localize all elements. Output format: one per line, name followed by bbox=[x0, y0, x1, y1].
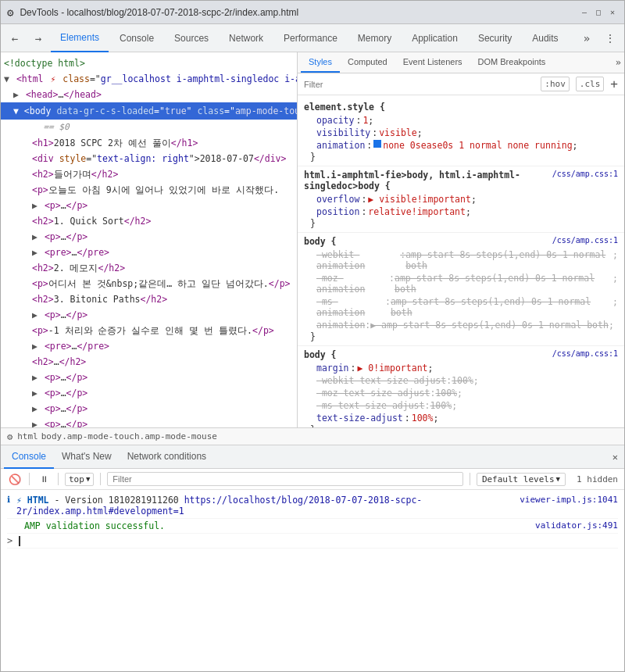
dom-line[interactable]: <h2>3. Bitonic Paths</h2> bbox=[1, 291, 297, 307]
css-property[interactable]: animation: none 0s ease 0s 1 normal none… bbox=[304, 139, 618, 152]
expand-icon[interactable]: ▼ bbox=[4, 73, 9, 84]
dom-line[interactable]: ▶ <p>…</p> bbox=[1, 385, 297, 401]
more-styles-tabs-button[interactable]: » bbox=[616, 52, 621, 73]
dom-line[interactable]: ▶ <p>…</p> bbox=[1, 370, 297, 385]
dom-line[interactable]: ▶ <p>…</p> bbox=[1, 401, 297, 416]
log-levels-arrow-icon: ▼ bbox=[556, 475, 560, 483]
preserve-log-button[interactable]: ⏸ bbox=[36, 471, 52, 487]
hov-button[interactable]: :hov bbox=[541, 77, 570, 91]
maximize-button[interactable]: □ bbox=[593, 7, 604, 18]
rule-selector: html.i-amphtml-fie>body, html.i-amphtml-… bbox=[304, 170, 618, 191]
dom-line-body[interactable]: ▼ <body data-gr-c-s-loaded="true" class=… bbox=[1, 102, 297, 120]
css-property[interactable]: -webkit-animation: amp start 8s steps(1,… bbox=[304, 248, 618, 272]
tab-computed[interactable]: Computed bbox=[340, 52, 395, 73]
tab-event-listeners[interactable]: Event Listeners bbox=[395, 52, 470, 73]
clear-console-button[interactable]: 🚫 bbox=[7, 471, 23, 487]
styles-content[interactable]: element.style { opacity: 1; visibility: … bbox=[298, 95, 624, 427]
dom-line[interactable]: ▶ <p>…</p> bbox=[1, 229, 297, 245]
tab-application[interactable]: Application bbox=[402, 24, 467, 52]
css-property[interactable]: -ms-text-size-adjust: 100%; bbox=[304, 399, 618, 412]
hidden-count: 1 hidden bbox=[577, 474, 618, 484]
console-source[interactable]: validator.js:491 bbox=[535, 520, 618, 531]
css-property[interactable]: margin: ▶ 0!important; bbox=[304, 362, 618, 374]
dom-line[interactable]: ▶ <pre>…</pre> bbox=[1, 245, 297, 260]
dom-line[interactable]: <h2>들어가며</h2> bbox=[1, 166, 297, 182]
css-property[interactable]: position: relative!important; bbox=[304, 206, 618, 218]
dom-panel: <!doctype html> ▼ <html ⚡ class="gr__loc… bbox=[1, 52, 298, 427]
breadcrumb-body[interactable]: body.amp-mode-touch.amp-mode-mouse bbox=[41, 431, 217, 441]
tab-console[interactable]: Console bbox=[110, 24, 163, 52]
add-style-rule-button[interactable]: + bbox=[610, 77, 618, 91]
css-property[interactable]: -moz-animation: amp start 8s steps(1,end… bbox=[304, 272, 618, 295]
tab-performance[interactable]: Performance bbox=[274, 24, 347, 52]
context-selector[interactable]: top ▼ bbox=[65, 473, 94, 486]
devtools-favicon: ⚙ bbox=[7, 6, 13, 19]
dom-line[interactable]: <div style="text-align: right">2018-07-0… bbox=[1, 151, 297, 166]
rule-selector: body { /css/amp.css:1 bbox=[304, 236, 618, 247]
css-property[interactable]: -moz-text-size-adjust: 100%; bbox=[304, 387, 618, 399]
expand-icon[interactable]: ▶ bbox=[32, 200, 38, 211]
styles-filter-bar: :hov .cls + bbox=[298, 73, 624, 95]
tab-security[interactable]: Security bbox=[469, 24, 521, 52]
nav-back-button[interactable]: ← bbox=[4, 27, 26, 49]
dom-line[interactable]: <h1>2018 SCPC 2차 예선 풀이</h1> bbox=[1, 135, 297, 151]
css-property[interactable]: -ms-animation: amp start 8s steps(1,end)… bbox=[304, 295, 618, 319]
dom-line[interactable]: <p>오늘도 아침 9시에 일어나 있었기에 바로 시작했다. bbox=[1, 182, 297, 198]
rule-selector: body { /css/amp.css:1 bbox=[304, 349, 618, 360]
tab-audits[interactable]: Audits bbox=[523, 24, 567, 52]
window-title: DevTools - localhost/blog/2018-07-07-201… bbox=[20, 7, 573, 18]
css-property[interactable]: opacity: 1; bbox=[304, 114, 618, 127]
dom-line[interactable]: <p>어디서 본 것&nbsp;같은데… 하고 일단 넘어갔다.</p> bbox=[1, 276, 297, 291]
css-property[interactable]: -webkit-text-size-adjust: 100%; bbox=[304, 374, 618, 387]
prompt-icon: > bbox=[7, 535, 12, 546]
dom-line[interactable]: ▶ <p>…</p> bbox=[1, 307, 297, 323]
rule-close-brace: } bbox=[304, 331, 618, 342]
tab-elements[interactable]: Elements bbox=[51, 24, 109, 52]
dom-line[interactable]: <p>-1 처리와 순증가 실수로 인해 몇 번 틀렸다.</p> bbox=[1, 323, 297, 338]
cls-button[interactable]: .cls bbox=[576, 77, 605, 91]
styles-filter-input[interactable] bbox=[304, 80, 534, 89]
devtools-menu-button[interactable]: ⋮ bbox=[599, 27, 621, 49]
dom-line[interactable]: <h2>2. 메모지</h2> bbox=[1, 260, 297, 276]
css-property[interactable]: text-size-adjust: 100%; bbox=[304, 412, 618, 424]
minimize-button[interactable]: — bbox=[579, 7, 590, 18]
rule-close-brace: } bbox=[304, 424, 618, 427]
close-drawer-button[interactable]: ✕ bbox=[609, 449, 621, 466]
dom-line[interactable]: ▶ <head>…</head> bbox=[1, 87, 297, 102]
dom-line[interactable]: ▶ <p>…</p> bbox=[1, 198, 297, 213]
dom-line[interactable]: <h2>1. Quick Sort</h2> bbox=[1, 213, 297, 229]
expand-icon[interactable]: ▶ bbox=[13, 89, 19, 100]
rule-source[interactable]: /css/amp.css:1 bbox=[552, 236, 618, 247]
rule-source[interactable]: /css/amp.css:1 bbox=[552, 349, 618, 360]
rule-source[interactable]: /css/amp.css:1 bbox=[552, 170, 618, 191]
console-message: ⚡ HTML - Version 1810281911260 https://l… bbox=[16, 495, 513, 517]
tab-styles[interactable]: Styles bbox=[301, 52, 340, 73]
dom-tree[interactable]: <!doctype html> ▼ <html ⚡ class="gr__loc… bbox=[1, 52, 297, 427]
tab-whats-new[interactable]: What's New bbox=[54, 445, 120, 469]
dom-line[interactable]: ▼ <html ⚡ class="gr__localhost i-amphtml… bbox=[1, 71, 297, 87]
dom-line[interactable]: ▶ <pre>…</pre> bbox=[1, 338, 297, 354]
tab-sources[interactable]: Sources bbox=[165, 24, 218, 52]
dom-line[interactable]: <h2>…</h2> bbox=[1, 354, 297, 370]
console-filter-input[interactable] bbox=[107, 472, 463, 486]
dom-line[interactable]: ▶ <p>…</p> bbox=[1, 416, 297, 427]
console-output[interactable]: ℹ ⚡ HTML - Version 1810281911260 https:/… bbox=[1, 490, 624, 577]
devtools-toolbar: ← → Elements Console Sources Network Per… bbox=[1, 24, 624, 52]
tab-network[interactable]: Network bbox=[220, 24, 273, 52]
more-tabs-button[interactable]: » bbox=[576, 27, 598, 49]
console-input-area[interactable] bbox=[19, 535, 618, 546]
tab-console[interactable]: Console bbox=[4, 445, 54, 469]
close-button[interactable]: ✕ bbox=[607, 7, 618, 18]
tab-memory[interactable]: Memory bbox=[348, 24, 401, 52]
console-source[interactable]: viewer-impl.js:1041 bbox=[520, 495, 618, 505]
console-line: ℹ ⚡ HTML - Version 1810281911260 https:/… bbox=[7, 493, 618, 519]
css-property[interactable]: visibility: visible; bbox=[304, 127, 618, 139]
css-property[interactable]: overflow: ▶ visible!important; bbox=[304, 193, 618, 206]
nav-forward-button[interactable]: → bbox=[27, 27, 49, 49]
css-property[interactable]: animation: ▶ amp start 8s steps(1,end) 0… bbox=[304, 319, 618, 331]
tab-dom-breakpoints[interactable]: DOM Breakpoints bbox=[470, 52, 554, 73]
context-label: top bbox=[69, 474, 84, 484]
log-levels-selector[interactable]: Default levels ▼ bbox=[477, 473, 566, 486]
breadcrumb-html[interactable]: html bbox=[17, 431, 38, 441]
tab-network-conditions[interactable]: Network conditions bbox=[120, 445, 214, 469]
